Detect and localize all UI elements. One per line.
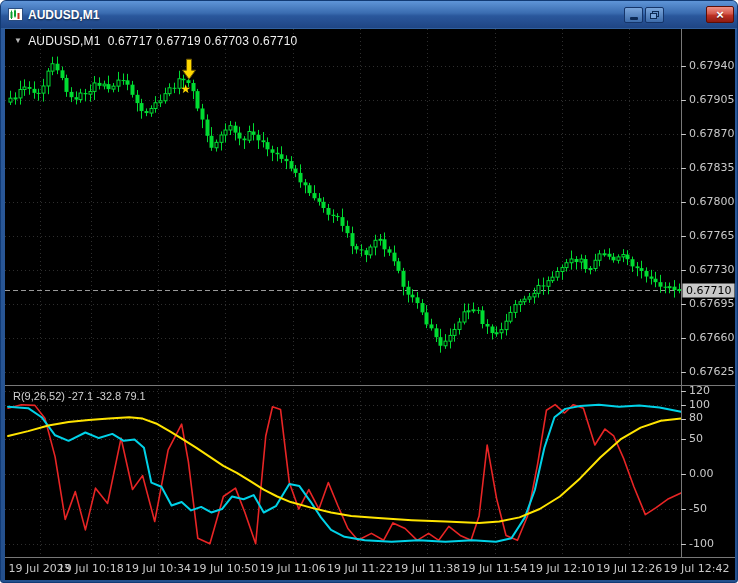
chart-window: AUDUSD,M1 × ▼ AUDUSD,M1 0.67717 0.67719 … [0, 0, 738, 583]
chart-area: ▼ AUDUSD,M1 0.67717 0.67719 0.67703 0.67… [5, 29, 735, 580]
title-bar[interactable]: AUDUSD,M1 × [1, 1, 737, 28]
restore-button[interactable] [645, 7, 664, 23]
minimize-button[interactable] [624, 7, 643, 23]
close-button[interactable]: × [706, 6, 734, 23]
restore-icon [650, 11, 659, 19]
window-title: AUDUSD,M1 [28, 8, 99, 22]
window-controls: × [622, 6, 734, 23]
close-icon: × [716, 8, 724, 21]
chart-canvas[interactable] [5, 29, 735, 580]
chart-window-icon [8, 8, 23, 21]
symbol-dropdown-icon[interactable]: ▼ [14, 37, 22, 45]
minimize-icon [630, 17, 638, 20]
titlebar-spacer [664, 14, 706, 15]
